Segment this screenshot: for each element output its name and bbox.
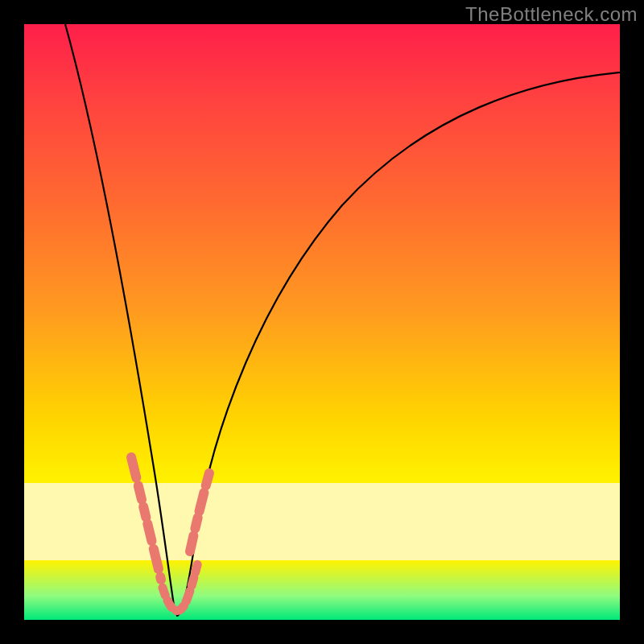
- chart-frame: TheBottleneck.com: [0, 0, 644, 644]
- plot-area: [24, 24, 620, 620]
- right-ascent-markers: [190, 435, 221, 551]
- curve-layer: [24, 24, 620, 620]
- watermark-text: TheBottleneck.com: [465, 3, 638, 26]
- left-descent-markers: [131, 457, 161, 580]
